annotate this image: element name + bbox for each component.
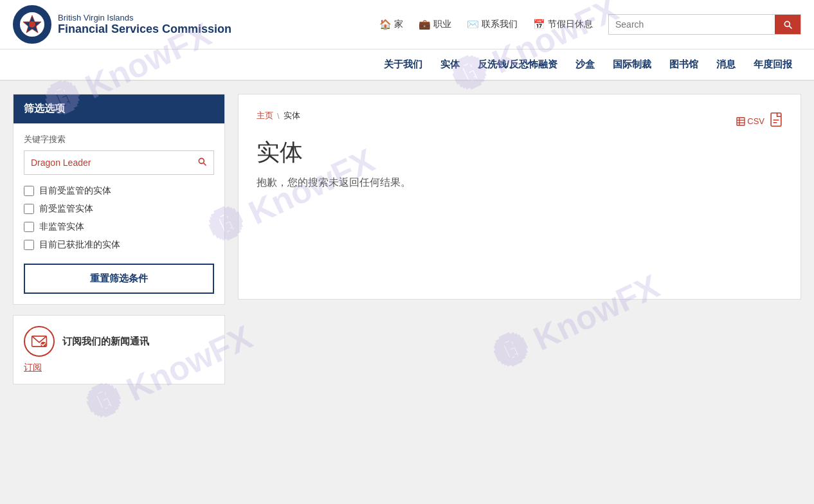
- search-icon: [782, 19, 793, 30]
- export-icons: CSV: [736, 113, 782, 130]
- filter-title: 筛选选项: [14, 94, 224, 123]
- logo-area: British Virgin Islands Financial Service…: [13, 5, 231, 44]
- page-body: 筛选选项 关键字搜索 目前受监管的实体 前受监: [0, 81, 814, 397]
- checkbox-prev-regulated-label: 前受监管实体: [39, 203, 93, 215]
- holiday-icon: 📅: [533, 19, 545, 30]
- top-link-holiday[interactable]: 📅 节假日休息: [533, 19, 593, 30]
- reset-filter-button[interactable]: 重置筛选条件: [24, 264, 214, 294]
- nav-annual[interactable]: 年度回报: [745, 50, 801, 80]
- csv-label: CSV: [747, 116, 764, 126]
- checkbox-non-regulated-input[interactable]: [24, 222, 34, 232]
- keyword-input-wrap: [24, 150, 214, 175]
- checkbox-prev-regulated: 前受监管实体: [24, 203, 214, 215]
- nav-news[interactable]: 消息: [707, 50, 745, 80]
- nav-bar: 关于我们 实体 反洗钱/反恐怖融资 沙盒 国际制裁 图书馆 消息 年度回报: [0, 50, 814, 81]
- top-link-contact-label: 联系我们: [482, 19, 518, 30]
- no-results-message: 抱歉，您的搜索未返回任何结果。: [257, 176, 782, 190]
- top-search-button[interactable]: [775, 15, 800, 34]
- keyword-label: 关键字搜索: [24, 134, 214, 145]
- top-link-contact[interactable]: ✉️ 联系我们: [467, 19, 518, 30]
- newsletter-row: 订阅我们的新闻通讯: [24, 326, 214, 357]
- keyword-search-button[interactable]: [190, 151, 213, 174]
- envelope-icon: [31, 333, 48, 350]
- top-link-career-label: 职业: [433, 19, 451, 30]
- top-links: 🏠 家 💼 职业 ✉️ 联系我们 📅 节假日休息: [379, 14, 801, 35]
- svg-rect-12: [773, 120, 779, 121]
- top-link-home[interactable]: 🏠 家: [379, 19, 403, 30]
- checkbox-approved: 目前已获批准的实体: [24, 239, 214, 251]
- top-right: 🏠 家 💼 职业 ✉️ 联系我们 📅 节假日休息: [379, 14, 801, 35]
- nav-about[interactable]: 关于我们: [375, 50, 431, 80]
- logo-icon: [13, 5, 51, 44]
- csv-export-button[interactable]: CSV: [736, 116, 764, 127]
- checkbox-non-regulated: 非监管实体: [24, 221, 214, 233]
- newsletter-panel: 订阅我们的新闻通讯 订阅: [13, 315, 225, 384]
- nav-library[interactable]: 图书馆: [660, 50, 707, 80]
- svg-rect-13: [773, 122, 777, 123]
- main-content: 主页 \ 实体 CSV: [238, 94, 801, 300]
- svg-rect-7: [737, 118, 745, 125]
- checkbox-approved-input[interactable]: [24, 240, 34, 250]
- contact-icon: ✉️: [467, 19, 479, 30]
- checkbox-currently-regulated-input[interactable]: [24, 186, 34, 196]
- csv-icon: [736, 116, 746, 127]
- nav-sandbox[interactable]: 沙盒: [566, 50, 604, 80]
- content-header-row: 主页 \ 实体 CSV: [257, 110, 782, 132]
- newsletter-title: 订阅我们的新闻通讯: [62, 336, 149, 348]
- org-line1: British Virgin Islands: [58, 13, 231, 22]
- content-panel: 主页 \ 实体 CSV: [238, 94, 801, 300]
- career-icon: 💼: [419, 19, 431, 30]
- breadcrumb-current: 实体: [284, 110, 300, 122]
- svg-point-3: [199, 158, 204, 163]
- top-link-holiday-label: 节假日休息: [548, 19, 593, 30]
- newsletter-icon: [24, 326, 55, 357]
- top-search-input[interactable]: [609, 15, 775, 34]
- svg-point-2: [29, 21, 35, 28]
- pdf-export-button[interactable]: [770, 113, 782, 130]
- sidebar: 筛选选项 关键字搜索 目前受监管的实体 前受监: [13, 94, 225, 384]
- page-title: 实体: [257, 137, 782, 168]
- top-link-career[interactable]: 💼 职业: [419, 19, 451, 30]
- top-bar: British Virgin Islands Financial Service…: [0, 0, 814, 50]
- top-search-box: [608, 14, 801, 35]
- org-line2: Financial Services Commission: [58, 22, 231, 36]
- breadcrumb-separator: \: [277, 111, 280, 121]
- breadcrumb: 主页 \ 实体: [257, 110, 300, 122]
- logo-text: British Virgin Islands Financial Service…: [58, 13, 231, 36]
- nav-entity[interactable]: 实体: [431, 50, 469, 80]
- checkbox-non-regulated-label: 非监管实体: [39, 221, 84, 233]
- nav-aml[interactable]: 反洗钱/反恐怖融资: [469, 50, 566, 80]
- checkbox-currently-regulated: 目前受监管的实体: [24, 185, 214, 197]
- keyword-search-icon: [197, 156, 207, 166]
- checkbox-prev-regulated-input[interactable]: [24, 204, 34, 214]
- pdf-icon: [770, 113, 782, 127]
- keyword-input[interactable]: [24, 152, 190, 173]
- home-icon: 🏠: [379, 19, 392, 30]
- checkbox-currently-regulated-label: 目前受监管的实体: [39, 185, 111, 197]
- breadcrumb-home[interactable]: 主页: [257, 110, 273, 122]
- nav-sanctions[interactable]: 国际制裁: [604, 50, 660, 80]
- newsletter-subscribe-link[interactable]: 订阅: [24, 362, 214, 374]
- checkbox-approved-label: 目前已获批准的实体: [39, 239, 120, 251]
- top-link-home-label: 家: [394, 19, 403, 30]
- filter-body: 关键字搜索 目前受监管的实体 前受监管实体: [14, 123, 224, 304]
- svg-line-4: [204, 163, 206, 165]
- filter-panel: 筛选选项 关键字搜索 目前受监管的实体 前受监: [13, 94, 225, 305]
